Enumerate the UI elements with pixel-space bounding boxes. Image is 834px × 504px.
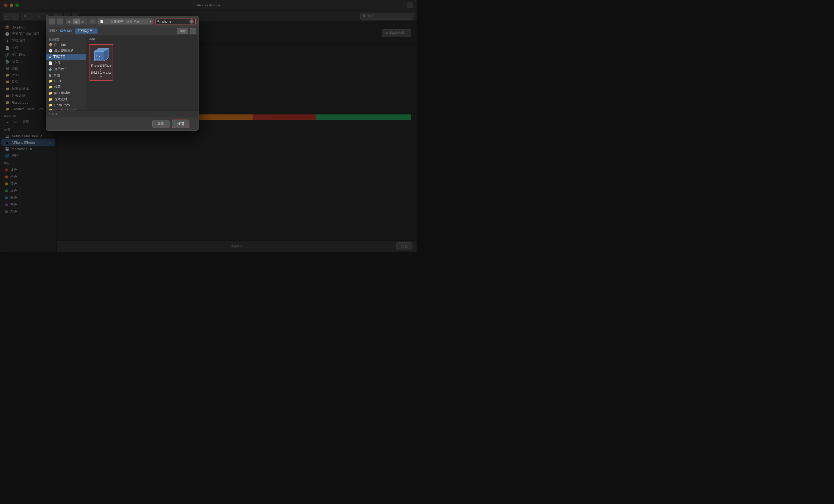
location-selector[interactable]: 📄 正在搜尋「這台 Mac」 ▾: [97, 19, 153, 24]
sidebar-item-tag-purple[interactable]: 紫色: [1, 201, 56, 208]
finder-column-view[interactable]: ⫼: [80, 19, 87, 24]
finder-breadcrumb: 搜尋： 這台 Mac 「下載項目」 儲存 +: [46, 27, 199, 35]
open-button[interactable]: 打開: [172, 119, 190, 128]
recents-icon: 🕐: [5, 32, 9, 36]
fs-item-downloads[interactable]: ⬇ 下載項目: [46, 54, 86, 60]
add-button[interactable]: +: [407, 2, 413, 8]
sidebar-item-tag-red[interactable]: 紅色: [1, 166, 56, 173]
sidebar-item-tag-blue[interactable]: 藍色: [1, 194, 56, 201]
fs-item-psd[interactable]: 📁 PSD: [46, 79, 86, 84]
search-input[interactable]: [368, 14, 408, 18]
airdrop-icon: 📡: [5, 59, 9, 64]
ipsw-cube-svg: iOS IPSW: [93, 47, 109, 63]
sidebar-item-macbook[interactable]: 💻 APlus's MacBook P...: [1, 133, 56, 139]
creative-cloud-icon: 📁: [5, 107, 9, 111]
macintosh-icon: 💾: [5, 147, 9, 151]
fs-item-audio[interactable]: 📁 音效素材: [46, 96, 86, 102]
tag-red-dot: [5, 169, 8, 171]
fs-creative-cloud-icon: 📁: [49, 109, 53, 110]
finder-add-button[interactable]: +: [190, 28, 196, 34]
icon-view-btn[interactable]: ⊞: [21, 13, 28, 20]
breadcrumb-this-mac[interactable]: 這台 Mac: [60, 29, 73, 33]
finder-icon-view[interactable]: ⊞: [66, 19, 73, 24]
fs-frequency-icon: 📁: [49, 91, 53, 95]
finder-panes: 喜好項目 📦 Dropbox 🕐 最近使用過的... ⬇ 下載項目 📄 文件: [46, 35, 199, 110]
ipsw-file-icon: iOS IPSW: [93, 47, 109, 63]
search-bar: 🔍: [360, 13, 414, 20]
audio-icon: 📁: [5, 93, 9, 98]
tag-gray-dot: [5, 210, 8, 213]
minimize-button[interactable]: [10, 3, 13, 7]
storage-data: [316, 114, 411, 120]
list-view-btn[interactable]: ☰: [28, 13, 36, 20]
fs-item-dropbox[interactable]: 📦 Dropbox: [46, 42, 86, 47]
close-button[interactable]: [4, 3, 7, 7]
finder-list-view[interactable]: ☰: [73, 19, 80, 24]
sidebar-item-tag-gray[interactable]: 灰色: [1, 208, 56, 215]
finder-back-btn[interactable]: ‹: [49, 19, 55, 24]
fs-item-documents[interactable]: 📄 文件: [46, 60, 86, 66]
cancel-button[interactable]: 取消: [152, 120, 170, 128]
breadcrumb-downloads[interactable]: 「下載項目」: [75, 28, 97, 34]
fs-documents-icon: 📄: [49, 61, 53, 65]
finder-search-input[interactable]: [161, 20, 188, 23]
more-options-dots[interactable]: …: [192, 122, 195, 126]
finder-main-area: 今天: [86, 35, 199, 110]
fs-item-ringtones[interactable]: 📁 鈴聲: [46, 84, 86, 90]
tag-blue-dot: [5, 196, 8, 199]
manage-storage-button[interactable]: 管理儲存空間…: [382, 29, 411, 37]
finder-gallery-view[interactable]: ⬡: [89, 19, 96, 24]
column-view-btn[interactable]: ⫼: [36, 13, 43, 20]
today-label: 今天: [89, 38, 196, 42]
svg-text:iOS: iOS: [96, 55, 100, 58]
fs-item-recents[interactable]: 🕐 最近使用過的...: [46, 47, 86, 54]
window-title: APlus's iPhone: [197, 3, 220, 7]
fs-resources-icon: 📁: [49, 103, 53, 107]
ipsw-file-item[interactable]: iOS IPSW iPhone103iPhone106.13.0...ore.i…: [89, 44, 113, 81]
fs-downloads-icon: ⬇: [49, 55, 51, 59]
sidebar-item-tag-green[interactable]: 綠色: [1, 187, 56, 194]
location-text: 正在搜尋「這台 Mac」: [110, 19, 143, 24]
fs-desktop-icon: 🖥: [49, 73, 52, 78]
finder-file-grid: iOS IPSW iPhone103iPhone106.13.0...ore.i…: [89, 44, 196, 81]
finder-modal-toolbar: ‹ › ⊞ ☰ ⫼ ⬡ 📄 正在搜尋「這台 Mac」 ▾ 🔍 ✕: [46, 16, 199, 27]
finder-forward-btn[interactable]: ›: [57, 19, 63, 24]
fs-item-desktop[interactable]: 🖥 桌面: [46, 72, 86, 79]
back-button[interactable]: ‹: [3, 13, 10, 20]
apps-icon: 🔗: [5, 53, 9, 57]
item-count: 0個項目: [77, 244, 396, 248]
favorites-label: 喜好項目: [46, 37, 86, 42]
storage-app: [253, 114, 316, 120]
fs-apps-icon: 🔗: [49, 67, 53, 71]
sidebar-item-macintosh[interactable]: 💾 Macintosh HD: [1, 146, 56, 152]
tag-yellow-dot: [5, 182, 8, 185]
location-chevron: ▾: [149, 20, 151, 23]
fullscreen-button[interactable]: [15, 3, 19, 7]
breadcrumb-search-label: 搜尋：: [49, 29, 58, 33]
sidebar-item-network[interactable]: 🌐 網路: [1, 152, 56, 159]
svg-text:IPSW: IPSW: [95, 58, 100, 60]
titlebar: APlus's iPhone +: [0, 0, 417, 10]
tag-green-dot: [5, 190, 8, 192]
macbook-icon: 💻: [5, 134, 9, 138]
sidebar-item-tag-yellow[interactable]: 黃色: [1, 180, 56, 187]
finder-save-button[interactable]: 儲存: [177, 28, 188, 34]
sidebar-item-iphone[interactable]: 📱 APlus's iPhone ⏏: [1, 139, 56, 146]
fs-item-apps[interactable]: 🔗 應用程式: [46, 66, 86, 72]
fs-item-frequency[interactable]: 📁 頻道素材庫: [46, 90, 86, 96]
icloud-icon: ☁: [5, 120, 9, 124]
downloads-icon: ⬇: [5, 39, 9, 43]
fs-audio-icon: 📁: [49, 97, 53, 101]
fs-item-creative-cloud[interactable]: 📁 Creative Cloud...: [46, 108, 86, 110]
sidebar-item-tag-orange[interactable]: 橙色: [1, 173, 56, 180]
documents-icon: 📄: [5, 46, 9, 50]
forward-button[interactable]: ›: [11, 13, 19, 20]
finder-view-toggle: ⊞ ☰ ⫼: [66, 19, 87, 24]
fs-item-resources[interactable]: 📁 Resources: [46, 102, 86, 108]
ringtones-icon: 📁: [5, 80, 9, 84]
sync-button[interactable]: 同步: [396, 242, 413, 250]
finder-search-clear-btn[interactable]: ✕: [190, 19, 194, 24]
fs-recents-icon: 🕐: [49, 49, 53, 53]
iphone-sidebar-icon: 📱: [5, 140, 9, 145]
search-icon: 🔍: [363, 14, 367, 18]
